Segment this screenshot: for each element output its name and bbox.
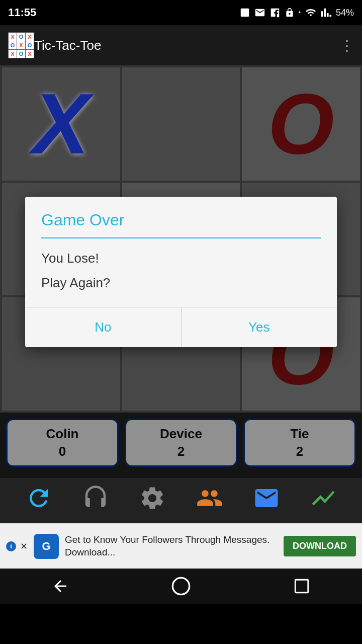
menu-icon[interactable]: ⋮	[340, 37, 354, 54]
ad-logo: G	[34, 534, 59, 559]
dialog-buttons: No Yes	[25, 307, 337, 347]
app-title: Tic-Tac-Toe	[34, 38, 340, 53]
battery-percent: 54%	[336, 8, 354, 18]
mail-tool-icon[interactable]	[249, 480, 284, 516]
ad-info: i ✕	[6, 541, 28, 552]
dialog-title: Game Over	[25, 197, 337, 237]
app-icon: X O X O X O X O X	[8, 32, 34, 58]
back-button[interactable]	[45, 571, 75, 601]
signal-icon	[321, 7, 332, 18]
svg-rect-1	[295, 580, 308, 593]
mail-icon	[254, 7, 265, 18]
ad-download-button[interactable]: DOWNLOAD	[284, 536, 356, 556]
people-icon[interactable]	[192, 480, 227, 516]
lock-icon	[285, 7, 295, 18]
dialog-question: Play Again?	[41, 275, 321, 291]
dialog-no-button[interactable]: No	[25, 307, 182, 347]
game-area: X O X O O Game Over You Lose! Play Again…	[0, 65, 362, 413]
photo-icon	[239, 7, 250, 18]
headset-icon[interactable]	[78, 480, 113, 516]
chart-icon[interactable]	[306, 480, 341, 516]
settings-icon[interactable]	[135, 480, 170, 516]
home-button[interactable]	[166, 571, 196, 601]
ad-text: Get to Know Your Followers Through Messa…	[65, 534, 278, 558]
dot-icon: •	[299, 9, 301, 16]
ad-close-icon[interactable]: ✕	[20, 541, 28, 552]
status-time: 11:55	[8, 6, 36, 19]
recent-button[interactable]	[287, 571, 317, 601]
game-over-dialog: Game Over You Lose! Play Again? No Yes	[25, 197, 337, 347]
svg-point-0	[172, 578, 189, 594]
ad-banner: i ✕ G Get to Know Your Followers Through…	[0, 523, 362, 569]
dialog-message: You Lose!	[41, 251, 321, 266]
facebook-icon	[269, 7, 281, 18]
dialog-overlay: Game Over You Lose! Play Again? No Yes	[0, 65, 362, 478]
dialog-yes-button[interactable]: Yes	[182, 307, 337, 347]
app-bar: X O X O X O X O X Tic-Tac-Toe ⋮	[0, 25, 362, 65]
status-bar: 11:55 • 54%	[0, 0, 362, 25]
refresh-icon[interactable]	[21, 480, 56, 516]
dialog-body: You Lose! Play Again?	[25, 238, 337, 307]
toolbar	[0, 473, 362, 523]
ad-info-icon[interactable]: i	[6, 541, 16, 551]
wifi-icon	[305, 7, 317, 18]
nav-bar	[0, 569, 362, 604]
status-icons: • 54%	[239, 7, 354, 18]
